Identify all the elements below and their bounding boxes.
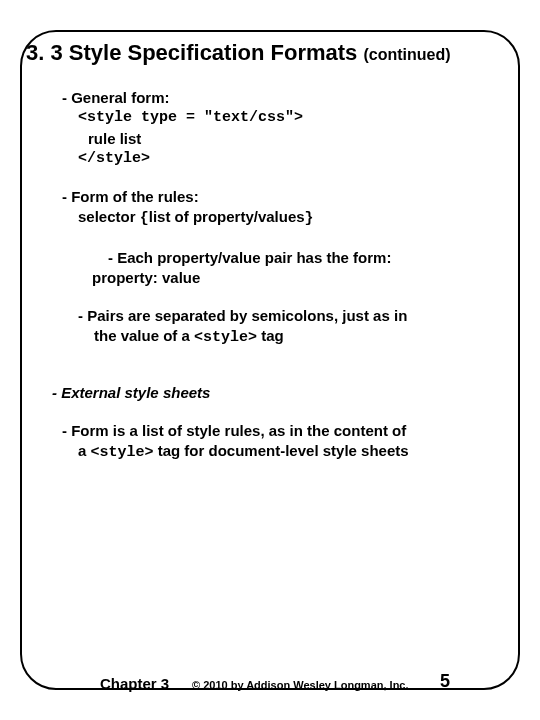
footer-chapter: Chapter 3: [100, 675, 169, 692]
footer-copyright: © 2010 by Addison Wesley Longman, Inc.: [192, 679, 409, 691]
inline-style-tag-1: <style>: [194, 329, 257, 346]
slide-content: 3. 3 Style Specification Formats (contin…: [22, 40, 518, 463]
ext-form-2a: a: [78, 442, 91, 459]
line-external-sheets: - External style sheets: [52, 383, 518, 403]
inline-style-tag-2: <style>: [91, 444, 154, 461]
pairs-sep-2a: the value of a: [94, 327, 194, 344]
footer-page-number: 5: [440, 671, 450, 692]
line-ext-form-1: - Form is a list of style rules, as in t…: [62, 421, 518, 441]
line-pairs-separated-2: the value of a <style> tag: [94, 326, 518, 348]
ext-form-2b: tag for document-level style sheets: [154, 442, 409, 459]
code-style-open: <style type = "text/css">: [78, 108, 518, 128]
line-form-of-rules: - Form of the rules:: [62, 187, 518, 207]
code-rule-list: rule list: [88, 129, 518, 149]
line-each-pair: - Each property/value pair has the form:: [108, 248, 518, 268]
line-general-form: - General form:: [62, 88, 518, 108]
line-property-value: property: value: [92, 268, 518, 288]
title-main: 3. 3 Style Specification Formats: [26, 40, 357, 65]
code-style-close: </style>: [78, 149, 518, 169]
line-pairs-separated-1: - Pairs are separated by semicolons, jus…: [78, 306, 518, 326]
brace-close: }: [305, 210, 314, 227]
selector-word: selector: [78, 208, 140, 225]
line-selector: selector {list of property/values}: [78, 207, 518, 229]
title-continued: (continued): [363, 46, 450, 63]
brace-open: {: [140, 210, 149, 227]
slide-title: 3. 3 Style Specification Formats (contin…: [26, 40, 518, 66]
selector-body: list of property/values: [149, 208, 305, 225]
line-ext-form-2: a <style> tag for document-level style s…: [78, 441, 518, 463]
pairs-sep-2b: tag: [257, 327, 284, 344]
